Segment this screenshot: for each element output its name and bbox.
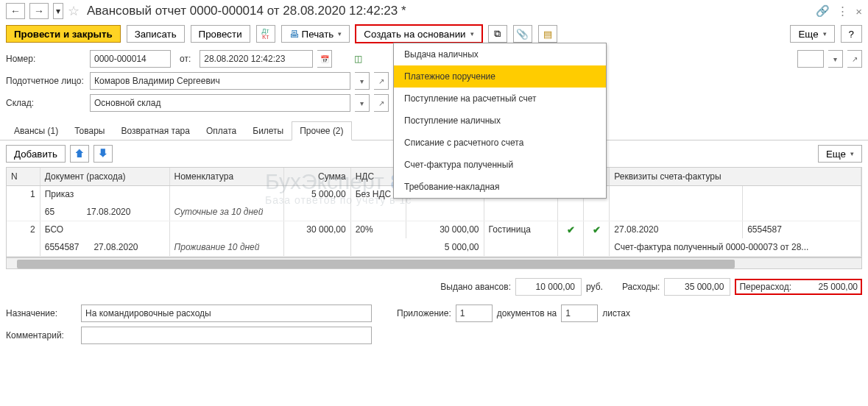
chevron-down-icon: ▾ xyxy=(56,6,60,16)
calendar-button[interactable]: 📅 xyxy=(317,50,332,68)
number-input[interactable]: 0000-000014 xyxy=(90,50,171,68)
th-req[interactable]: Реквизиты счета-фактуры xyxy=(610,168,861,185)
add-row-button[interactable]: Добавить xyxy=(6,145,66,163)
list-button[interactable]: ▤ xyxy=(538,25,557,43)
date-input[interactable]: 28.08.2020 12:42:23 xyxy=(200,50,313,68)
cell-n: 1 xyxy=(7,185,40,203)
menu-item-payment-order[interactable]: Платежное поручение xyxy=(394,65,606,88)
currency-label: руб. xyxy=(586,282,603,292)
expense-value: 35 000,00 xyxy=(664,278,730,296)
arrow-left-icon: ← xyxy=(10,6,21,16)
extra-field-1[interactable] xyxy=(797,50,824,68)
print-button[interactable]: 🖶Печать xyxy=(281,25,350,43)
menu-item-cash-issue[interactable]: Выдача наличных xyxy=(394,43,606,65)
comment-input[interactable] xyxy=(81,327,372,344)
issued-value: 10 000,00 xyxy=(515,278,582,296)
warehouse-label: Склад: xyxy=(6,98,85,108)
cell-sf[interactable]: ✔ xyxy=(557,221,583,238)
number-label: Номер: xyxy=(6,54,85,64)
extra-field-1-dd[interactable]: ▾ xyxy=(828,50,843,68)
horizontal-scrollbar[interactable] xyxy=(6,257,862,269)
cell-ext xyxy=(743,185,861,203)
overspend-group: Перерасход: 25 000,00 xyxy=(735,279,862,295)
nav-back-button[interactable]: ← xyxy=(6,3,25,19)
star-icon[interactable]: ☆ xyxy=(68,3,80,19)
attach-label: Приложение: xyxy=(397,308,451,318)
titlebar: ← → ▾ ☆ Авансовый отчет 0000-000014 от 2… xyxy=(0,0,868,22)
cell-nds2: 5 000,00 xyxy=(350,238,484,256)
table-row[interactable]: 2 БСО 30 000,00 20% 30 000,00 Гостиница … xyxy=(7,221,861,238)
create-based-button[interactable]: Создать на основании xyxy=(356,25,481,43)
warehouse-open[interactable]: ↗ xyxy=(374,94,389,112)
tab-advances[interactable]: Авансы (1) xyxy=(6,121,66,140)
list-icon: ▤ xyxy=(543,29,552,40)
person-input[interactable]: Комаров Владимир Сергеевич xyxy=(90,72,350,90)
menu-item-bank-receipt[interactable]: Поступление на расчетный счет xyxy=(394,88,606,110)
arrow-up-icon: 🡅 xyxy=(74,148,85,160)
menu-item-invoice-received[interactable]: Счет-фактура полученный xyxy=(394,154,606,176)
toolbar-more-button[interactable]: Еще xyxy=(790,25,834,43)
bottom-fields: Назначение: На командировочные расходы П… xyxy=(0,302,868,352)
close-icon[interactable]: × xyxy=(855,5,862,18)
attach-input[interactable]: 1 xyxy=(456,304,493,322)
nav-dropdown-button[interactable]: ▾ xyxy=(53,3,63,19)
status-icon[interactable]: ◫ xyxy=(354,54,362,64)
link-icon[interactable]: 🔗 xyxy=(816,4,830,18)
tab-goods[interactable]: Товары xyxy=(66,121,113,140)
help-button[interactable]: ? xyxy=(841,25,862,43)
arrow-down-icon: 🡇 xyxy=(98,148,108,160)
sheets-label: листах xyxy=(602,308,630,318)
save-button[interactable]: Записать xyxy=(127,25,185,43)
page-title: Авансовый отчет 0000-000014 от 28.08.202… xyxy=(87,4,406,18)
person-open[interactable]: ↗ xyxy=(374,72,389,90)
warehouse-dd[interactable]: ▾ xyxy=(355,94,370,112)
cell-sum: 5 000,00 xyxy=(284,185,350,203)
titlebar-actions: 🔗 ⋮ × xyxy=(816,4,862,18)
sheets-input[interactable]: 1 xyxy=(561,304,598,322)
cell-n: 2 xyxy=(7,221,40,238)
tab-tickets[interactable]: Билеты xyxy=(244,121,292,140)
cell-doc2: 6554587 27.08.2020 xyxy=(40,238,169,256)
menu-item-cash-receipt[interactable]: Поступление наличных xyxy=(394,110,606,132)
totals-row: Выдано авансов: 10 000,00 руб. Расходы: … xyxy=(0,272,868,302)
arrow-right-icon: → xyxy=(34,6,44,16)
tab-payment[interactable]: Оплата xyxy=(198,121,244,140)
th-doc[interactable]: Документ (расхода) xyxy=(40,168,169,185)
dtkt-button[interactable]: ДтКт xyxy=(256,25,275,43)
th-sum[interactable]: Сумма xyxy=(284,168,350,185)
purpose-input[interactable]: На командировочные расходы xyxy=(81,304,372,322)
overspend-label: Перерасход: xyxy=(739,282,791,292)
post-button[interactable]: Провести xyxy=(191,25,250,43)
cell-doc: Приказ xyxy=(40,185,169,203)
cell-nom2: Проживание 10 дней xyxy=(169,238,284,256)
cell-sum: 30 000,00 xyxy=(284,221,350,238)
issued-label: Выдано авансов: xyxy=(440,282,511,292)
post-close-button[interactable]: Провести и закрыть xyxy=(6,25,121,43)
th-nom[interactable]: Номенклатура xyxy=(169,168,284,185)
th-n[interactable]: N xyxy=(7,168,40,185)
extra-field-1-open[interactable]: ↗ xyxy=(847,50,862,68)
structure-icon: ⧉ xyxy=(494,28,501,40)
print-label: Печать xyxy=(302,29,334,40)
warehouse-input[interactable]: Основной склад xyxy=(90,94,350,112)
calendar-icon: 📅 xyxy=(320,55,329,63)
table-row[interactable]: 65 17.08.2020 Суточные за 10 дней xyxy=(7,203,861,221)
table-row[interactable]: 6554587 27.08.2020 Проживание 10 дней 5 … xyxy=(7,238,861,256)
comment-label: Комментарий: xyxy=(6,330,77,341)
table-more-button[interactable]: Еще xyxy=(818,145,862,163)
move-down-button[interactable]: 🡇 xyxy=(93,145,113,163)
structure-button[interactable]: ⧉ xyxy=(488,25,507,43)
menu-item-demand-invoice[interactable]: Требование-накладная xyxy=(394,176,606,198)
person-dd[interactable]: ▾ xyxy=(355,72,370,90)
tab-return-packaging[interactable]: Возвратная тара xyxy=(113,121,198,140)
menu-item-bank-writeoff[interactable]: Списание с расчетного счета xyxy=(394,132,606,154)
paperclip-icon: 📎 xyxy=(516,29,529,40)
scrollbar-thumb[interactable] xyxy=(17,260,735,268)
cell-nds: 20% xyxy=(350,221,406,238)
cell-bso[interactable]: ✔ xyxy=(584,221,610,238)
move-up-button[interactable]: 🡅 xyxy=(70,145,89,163)
more-icon[interactable]: ⋮ xyxy=(837,4,848,18)
nav-forward-button[interactable]: → xyxy=(29,3,49,19)
tab-other[interactable]: Прочее (2) xyxy=(292,121,351,140)
attach-button[interactable]: 📎 xyxy=(513,25,532,43)
